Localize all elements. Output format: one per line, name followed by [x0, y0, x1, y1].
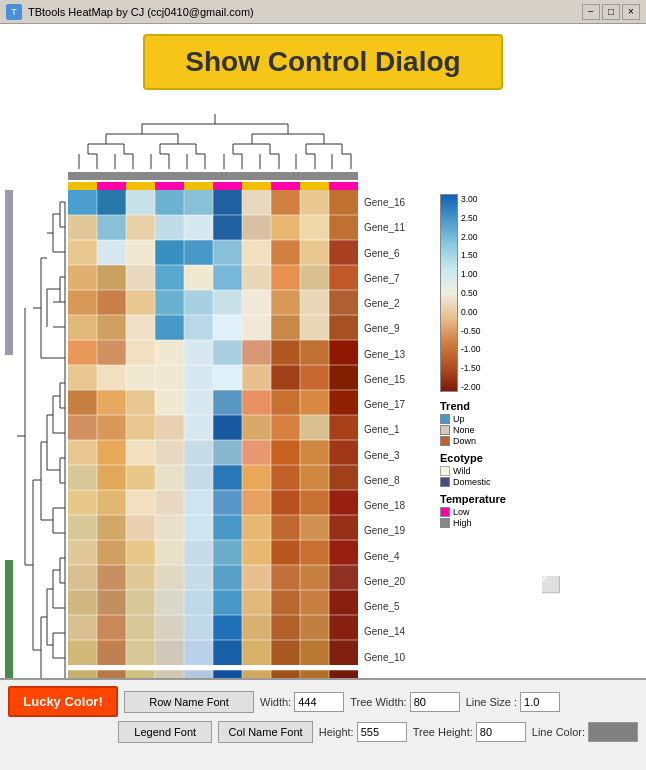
line-color-group: Line Color: — [532, 722, 638, 742]
svg-rect-173 — [271, 340, 300, 365]
svg-rect-263 — [271, 565, 300, 590]
svg-rect-219 — [155, 465, 184, 490]
line-size-input[interactable] — [520, 692, 560, 712]
svg-rect-286 — [68, 640, 97, 665]
temperature-low-icon — [440, 507, 450, 517]
svg-rect-250 — [184, 540, 213, 565]
svg-rect-190 — [184, 390, 213, 415]
svg-rect-262 — [242, 565, 271, 590]
svg-rect-134 — [300, 240, 329, 265]
svg-rect-251 — [213, 540, 242, 565]
svg-rect-174 — [300, 340, 329, 365]
svg-rect-218 — [126, 465, 155, 490]
svg-rect-245 — [329, 515, 358, 540]
svg-rect-295 — [329, 640, 358, 665]
maximize-button[interactable]: □ — [602, 4, 620, 20]
svg-rect-132 — [242, 240, 271, 265]
svg-rect-237 — [97, 515, 126, 540]
heatmap-grid — [68, 190, 358, 695]
svg-rect-193 — [271, 390, 300, 415]
colorbar-labels: 3.00 2.50 2.00 1.50 1.00 0.50 0.00 -0.50… — [461, 194, 480, 392]
ecotype-wild-label: Wild — [453, 466, 471, 476]
svg-rect-202 — [242, 415, 271, 440]
tree-height-input[interactable] — [476, 722, 526, 742]
height-input[interactable] — [357, 722, 407, 742]
line-color-box[interactable] — [588, 722, 638, 742]
svg-rect-128 — [126, 240, 155, 265]
svg-rect-112 — [242, 190, 271, 215]
svg-rect-135 — [329, 240, 358, 265]
trend-none-label: None — [453, 425, 475, 435]
svg-rect-104 — [5, 560, 13, 690]
tree-height-group: Tree Height: — [413, 722, 526, 742]
gene-label-8: Gene_17 — [360, 392, 430, 417]
gene-label-16: Gene_5 — [360, 594, 430, 619]
svg-rect-269 — [155, 590, 184, 615]
svg-rect-108 — [126, 190, 155, 215]
svg-rect-232 — [242, 490, 271, 515]
gene-label-6: Gene_13 — [360, 342, 430, 367]
svg-rect-249 — [155, 540, 184, 565]
gene-label-3: Gene_7 — [360, 266, 430, 291]
svg-rect-213 — [271, 440, 300, 465]
svg-rect-285 — [329, 615, 358, 640]
svg-rect-241 — [213, 515, 242, 540]
width-input[interactable] — [294, 692, 344, 712]
row-name-font-button[interactable]: Row Name Font — [124, 691, 254, 713]
col-name-font-button[interactable]: Col Name Font — [218, 721, 312, 743]
svg-rect-231 — [213, 490, 242, 515]
bottom-panel: Lucky Color! Row Name Font Width: Tree W… — [0, 678, 646, 770]
ecotype-wild-icon — [440, 466, 450, 476]
minimize-button[interactable]: − — [582, 4, 600, 20]
svg-rect-277 — [97, 615, 126, 640]
legend-font-button[interactable]: Legend Font — [118, 721, 212, 743]
svg-rect-291 — [213, 640, 242, 665]
gene-label-9: Gene_1 — [360, 417, 430, 442]
temperature-low-label: Low — [453, 507, 470, 517]
svg-rect-258 — [126, 565, 155, 590]
svg-rect-110 — [184, 190, 213, 215]
ecotype-title: Ecotype — [440, 452, 550, 464]
colorbar — [440, 194, 458, 392]
line-size-group: Line Size : — [466, 692, 560, 712]
lucky-color-button[interactable]: Lucky Color! — [8, 686, 118, 717]
gene-label-5: Gene_9 — [360, 316, 430, 341]
main-content: Show Control Dialog — [0, 24, 646, 700]
tree-width-input[interactable] — [410, 692, 460, 712]
svg-rect-201 — [213, 415, 242, 440]
svg-rect-177 — [97, 365, 126, 390]
line-color-label: Line Color: — [532, 726, 585, 738]
svg-rect-191 — [213, 390, 242, 415]
svg-rect-246 — [68, 540, 97, 565]
dialog-title-box: Show Control Dialog — [143, 34, 502, 90]
svg-rect-169 — [155, 340, 184, 365]
svg-rect-140 — [184, 265, 213, 290]
temperature-high-icon — [440, 518, 450, 528]
svg-rect-172 — [242, 340, 271, 365]
svg-rect-266 — [68, 590, 97, 615]
ecotype-domestic-item: Domestic — [440, 477, 550, 487]
trend-down-label: Down — [453, 436, 476, 446]
svg-rect-283 — [271, 615, 300, 640]
dendrogram-top — [70, 109, 360, 174]
svg-rect-200 — [184, 415, 213, 440]
svg-rect-264 — [300, 565, 329, 590]
svg-rect-254 — [300, 540, 329, 565]
svg-rect-248 — [126, 540, 155, 565]
svg-rect-129 — [155, 240, 184, 265]
svg-rect-136 — [68, 265, 97, 290]
bottom-row2: Legend Font Col Name Font Height: Tree H… — [0, 719, 646, 745]
svg-rect-111 — [213, 190, 242, 215]
svg-rect-273 — [271, 590, 300, 615]
svg-rect-242 — [242, 515, 271, 540]
close-button[interactable]: × — [622, 4, 640, 20]
svg-rect-139 — [155, 265, 184, 290]
svg-rect-186 — [68, 390, 97, 415]
gene-label-15: Gene_20 — [360, 569, 430, 594]
svg-rect-125 — [329, 215, 358, 240]
svg-rect-167 — [97, 340, 126, 365]
title-bar-controls[interactable]: − □ × — [582, 4, 640, 20]
ecotype-domestic-icon — [440, 477, 450, 487]
svg-rect-150 — [184, 290, 213, 315]
trend-none-icon — [440, 425, 450, 435]
